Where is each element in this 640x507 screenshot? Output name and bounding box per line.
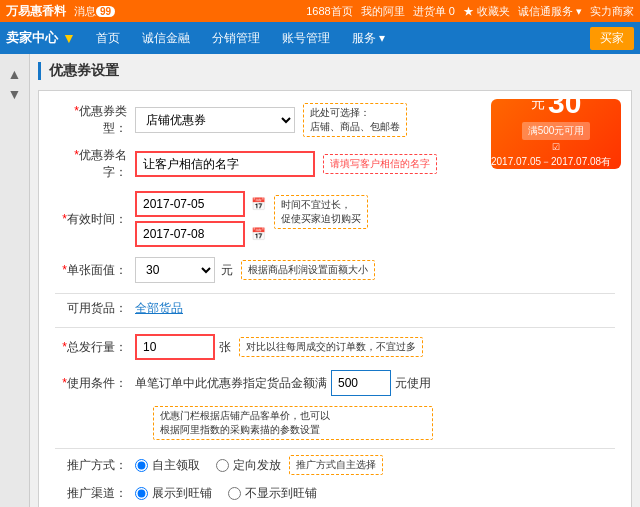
condition-prefix: 单笔订单中此优惠券指定货品金额满 bbox=[135, 375, 327, 392]
calendar-icon-start[interactable]: 📅 bbox=[251, 197, 266, 211]
face-value-label: *单张面值： bbox=[55, 262, 135, 279]
promotion-channel-label: 推广渠道： bbox=[55, 485, 135, 502]
link-service[interactable]: 诚信通服务 ▾ bbox=[518, 4, 582, 19]
total-issue-input[interactable] bbox=[135, 334, 215, 360]
channel-radio-group: 展示到旺铺 不显示到旺铺 bbox=[135, 485, 317, 502]
promo-yuan-symbol: 元 bbox=[531, 95, 545, 111]
radio-hide-shop[interactable]: 不显示到旺铺 bbox=[228, 485, 317, 502]
topbar-links: 1688首页 我的阿里 进货单 0 ★ 收藏夹 诚信通服务 ▾ 实力商家 bbox=[306, 4, 634, 19]
use-condition-row: *使用条件： 单笔订单中此优惠券指定货品金额满 元使用 bbox=[55, 370, 615, 396]
radio-show-shop-label: 展示到旺铺 bbox=[152, 485, 212, 502]
buyer-button[interactable]: 买家 bbox=[590, 27, 634, 50]
condition-annotation-wrapper: 优惠门栏根据店铺产品客单价，也可以根据阿里指数的采购素描的参数设置 bbox=[145, 406, 615, 440]
divider-2 bbox=[55, 327, 615, 328]
face-value-select[interactable]: 30 50 100 bbox=[135, 257, 215, 283]
promo-checkbox: ☑ bbox=[552, 142, 560, 152]
available-goods-row: 可用货品： 全部货品 bbox=[55, 300, 615, 317]
radio-self-pickup-input[interactable] bbox=[135, 459, 148, 472]
brand-text: 卖家中心 bbox=[6, 29, 58, 47]
nav-home[interactable]: 首页 bbox=[86, 26, 130, 51]
promotion-channel-row: 推广渠道： 展示到旺铺 不显示到旺铺 bbox=[55, 485, 615, 502]
link-seller[interactable]: 实力商家 bbox=[590, 4, 634, 19]
yuan-label: 元 bbox=[221, 262, 233, 279]
link-myali[interactable]: 我的阿里 bbox=[361, 4, 405, 19]
notification-label: 消息 bbox=[74, 4, 96, 19]
radio-targeted-input[interactable] bbox=[216, 459, 229, 472]
available-goods-info: 全部货品 bbox=[135, 300, 183, 317]
nav-finance[interactable]: 诚信金融 bbox=[132, 26, 200, 51]
zhang-label: 张 bbox=[219, 339, 231, 356]
promotion-annotation: 推广方式自主选择 bbox=[289, 455, 383, 475]
type-annotation: 此处可选择：店铺、商品、包邮卷 bbox=[303, 103, 407, 137]
face-value-inputs: 30 50 100 元 bbox=[135, 257, 233, 283]
coupon-type-label: *优惠券类型： bbox=[55, 103, 135, 137]
date-start-input[interactable] bbox=[135, 191, 245, 217]
promotion-method-label: 推广方式： bbox=[55, 457, 135, 474]
form-wrapper: 元 30 满500元可用 ☑ 2017.07.05－2017.07.08有效 *… bbox=[38, 90, 632, 507]
brand-icon: ▼ bbox=[62, 30, 76, 46]
navbar: 卖家中心 ▼ 首页 诚信金融 分销管理 账号管理 服务 ▾ 买家 bbox=[0, 22, 640, 54]
promotion-method-row: 推广方式： 自主领取 定向发放 推广方式自主选择 bbox=[55, 455, 615, 475]
use-condition-label: *使用条件： bbox=[55, 375, 135, 392]
coupon-name-input[interactable] bbox=[135, 151, 315, 177]
calendar-icon-end[interactable]: 📅 bbox=[251, 227, 266, 241]
coupon-type-select[interactable]: 店铺优惠券 商品优惠券 包邮卷 bbox=[135, 107, 295, 133]
radio-targeted-label: 定向发放 bbox=[233, 457, 281, 474]
validity-row: *有效时间： 📅 📅 时间不宜过长，促使买家迫切购买 bbox=[55, 191, 615, 247]
available-goods-label: 可用货品： bbox=[55, 300, 135, 317]
date-start-row: 📅 bbox=[135, 191, 266, 217]
form-section: 元 30 满500元可用 ☑ 2017.07.05－2017.07.08有效 *… bbox=[38, 90, 632, 507]
validity-label: *有效时间： bbox=[55, 211, 135, 228]
divider-1 bbox=[55, 293, 615, 294]
content-area: 优惠券设置 元 30 满500元可用 ☑ 2017.07.05－2017.07.… bbox=[30, 54, 640, 507]
condition-amount-input[interactable] bbox=[331, 370, 391, 396]
goods-link[interactable]: 全部货品 bbox=[135, 300, 183, 317]
radio-hide-shop-input[interactable] bbox=[228, 487, 241, 500]
page-title: 优惠券设置 bbox=[38, 62, 632, 80]
navbar-right: 买家 bbox=[590, 27, 634, 50]
nav-account[interactable]: 账号管理 bbox=[272, 26, 340, 51]
radio-targeted[interactable]: 定向发放 bbox=[216, 457, 281, 474]
condition-annotation: 优惠门栏根据店铺产品客单价，也可以根据阿里指数的采购素描的参数设置 bbox=[153, 406, 433, 440]
promo-date: 2017.07.05－2017.07.08有效 bbox=[491, 155, 621, 183]
radio-show-shop-input[interactable] bbox=[135, 487, 148, 500]
main-area: ▲ ▼ 优惠券设置 元 30 满500元可用 ☑ 2017.07.05－2017… bbox=[0, 54, 640, 507]
date-inputs: 📅 📅 bbox=[135, 191, 266, 247]
radio-hide-shop-label: 不显示到旺铺 bbox=[245, 485, 317, 502]
sidebar-arrow-down[interactable]: ▼ bbox=[8, 86, 22, 102]
radio-show-shop[interactable]: 展示到旺铺 bbox=[135, 485, 212, 502]
sidebar: ▲ ▼ bbox=[0, 54, 30, 507]
promotion-radio-group: 自主领取 定向发放 bbox=[135, 457, 281, 474]
promo-condition: 满500元可用 bbox=[522, 122, 591, 140]
promo-amount: 30 bbox=[548, 86, 581, 119]
divider-3 bbox=[55, 448, 615, 449]
promo-card: 元 30 满500元可用 ☑ 2017.07.05－2017.07.08有效 bbox=[491, 99, 621, 169]
navbar-brand: 卖家中心 ▼ bbox=[6, 29, 76, 47]
radio-self-pickup[interactable]: 自主领取 bbox=[135, 457, 200, 474]
face-value-row: *单张面值： 30 50 100 元 根据商品利润设置面额大小 bbox=[55, 257, 615, 283]
name-annotation: 请填写客户相信的名字 bbox=[323, 154, 437, 174]
total-issue-label: *总发行量： bbox=[55, 339, 135, 356]
date-end-input[interactable] bbox=[135, 221, 245, 247]
date-end-row: 📅 bbox=[135, 221, 266, 247]
link-1688[interactable]: 1688首页 bbox=[306, 4, 352, 19]
topbar: 万易惠香料 消息 99 1688首页 我的阿里 进货单 0 ★ 收藏夹 诚信通服… bbox=[0, 0, 640, 22]
time-annotation: 时间不宜过长，促使买家迫切购买 bbox=[274, 195, 368, 229]
nav-distribution[interactable]: 分销管理 bbox=[202, 26, 270, 51]
sidebar-arrow-up[interactable]: ▲ bbox=[8, 66, 22, 82]
notification-badge: 99 bbox=[96, 6, 115, 17]
coupon-name-label: *优惠券名字： bbox=[55, 147, 135, 181]
condition-suffix: 元使用 bbox=[395, 375, 431, 392]
issue-annotation: 对比以往每周成交的订单数，不宜过多 bbox=[239, 337, 423, 357]
nav-service[interactable]: 服务 ▾ bbox=[342, 26, 395, 51]
link-purchase[interactable]: 进货单 0 bbox=[413, 4, 455, 19]
brand-logo: 万易惠香料 bbox=[6, 3, 66, 20]
navbar-items: 首页 诚信金融 分销管理 账号管理 服务 ▾ bbox=[86, 26, 395, 51]
promo-amount-row: 元 30 bbox=[531, 86, 582, 120]
radio-self-pickup-label: 自主领取 bbox=[152, 457, 200, 474]
total-issue-row: *总发行量： 张 对比以往每周成交的订单数，不宜过多 bbox=[55, 334, 615, 360]
link-favorites[interactable]: ★ 收藏夹 bbox=[463, 4, 510, 19]
face-value-annotation: 根据商品利润设置面额大小 bbox=[241, 260, 375, 280]
